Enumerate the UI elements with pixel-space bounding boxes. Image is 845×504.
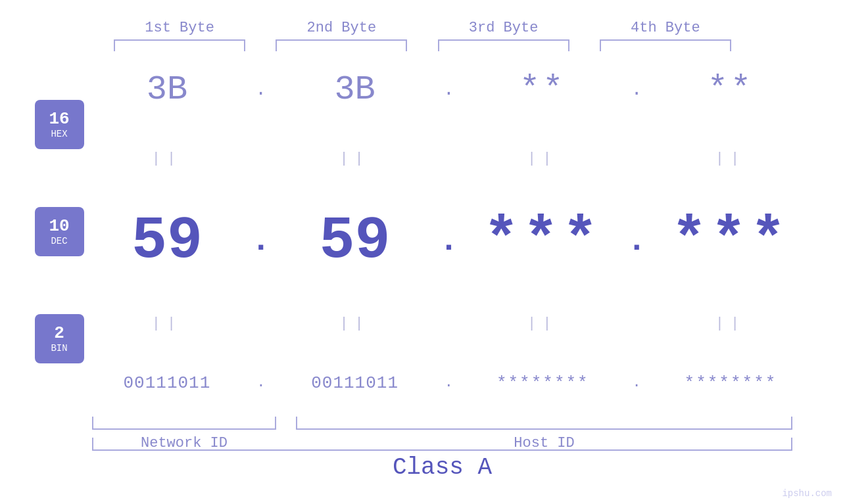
dec-dot-3: . xyxy=(627,222,646,260)
byte-headers: 1st Byte 2nd Byte 3rd Byte 4th Byte xyxy=(0,20,845,36)
watermark: ipshu.com xyxy=(782,488,832,499)
byte-header-4: 4th Byte xyxy=(600,20,731,36)
sep-1-1: || xyxy=(101,150,233,167)
badge-bin-num: 2 xyxy=(54,324,64,343)
hex-dot-3: . xyxy=(627,80,646,100)
dec-val-1: 59 xyxy=(132,208,203,275)
dec-val-2: 59 xyxy=(320,208,391,275)
hex-cell-4: ** xyxy=(665,70,796,109)
class-line-container: Class A xyxy=(92,438,792,481)
sep-1-4: || xyxy=(665,150,796,167)
sep-2-1: || xyxy=(101,315,233,332)
byte-header-2: 2nd Byte xyxy=(276,20,407,36)
bin-dot-2: . xyxy=(439,375,458,391)
badges-column: 16 HEX 10 DEC 2 BIN xyxy=(0,51,92,412)
bin-row: 00111011 . 00111011 . ******** . xyxy=(92,373,806,393)
sep-2-2: || xyxy=(289,315,421,332)
bracket-4 xyxy=(600,39,731,51)
bin-cell-2: 00111011 xyxy=(289,373,421,393)
dec-dot-1: . xyxy=(251,222,271,260)
host-bracket xyxy=(296,417,792,430)
dec-val-4: *** xyxy=(671,208,790,275)
values-column: 3B . 3B . ** . ** xyxy=(92,51,845,412)
sep-row-1: || || || || xyxy=(92,150,806,167)
badge-dec-label: DEC xyxy=(51,236,67,246)
hex-cell-3: ** xyxy=(477,70,608,109)
dec-cell-1: 59 xyxy=(101,208,233,275)
bin-val-4: ******** xyxy=(685,373,777,393)
network-bracket xyxy=(92,417,276,430)
header-brackets xyxy=(0,39,845,51)
hex-row: 3B . 3B . ** . ** xyxy=(92,70,806,109)
hex-val-3: ** xyxy=(519,70,566,109)
bracket-3 xyxy=(438,39,569,51)
dec-row: 59 . 59 . *** . *** xyxy=(92,208,806,275)
bottom-brackets xyxy=(92,417,792,430)
bracket-1 xyxy=(114,39,245,51)
badge-dec-num: 10 xyxy=(49,217,69,236)
bin-dot-1: . xyxy=(251,375,271,391)
hex-val-1: 3B xyxy=(147,70,187,109)
badge-dec: 10 DEC xyxy=(35,207,84,256)
badge-hex-num: 16 xyxy=(49,110,69,129)
dec-cell-3: *** xyxy=(477,208,608,275)
class-label: Class A xyxy=(92,454,792,481)
hex-cell-1: 3B xyxy=(101,70,233,109)
byte-header-3: 3rd Byte xyxy=(438,20,569,36)
bin-val-3: ******** xyxy=(496,373,589,393)
bin-cell-3: ******** xyxy=(477,373,608,393)
byte-header-1: 1st Byte xyxy=(114,20,245,36)
badge-hex: 16 HEX xyxy=(35,100,84,149)
dec-cell-4: *** xyxy=(665,208,796,275)
hex-dot-1: . xyxy=(251,80,271,100)
sep-row-2: || || || || xyxy=(92,315,806,332)
hex-val-2: 3B xyxy=(334,70,375,109)
class-line xyxy=(92,438,792,451)
bin-val-2: 00111011 xyxy=(311,373,398,393)
hex-val-4: ** xyxy=(708,70,754,109)
sep-2-4: || xyxy=(665,315,796,332)
bin-dot-3: . xyxy=(627,375,646,391)
hex-cell-2: 3B xyxy=(289,70,421,109)
badge-hex-label: HEX xyxy=(51,129,67,139)
main-container: 1st Byte 2nd Byte 3rd Byte 4th Byte 16 H… xyxy=(0,0,845,504)
bracket-2 xyxy=(276,39,407,51)
bin-cell-1: 00111011 xyxy=(101,373,233,393)
hex-dot-2: . xyxy=(439,80,458,100)
bin-cell-4: ******** xyxy=(665,373,796,393)
sep-1-3: || xyxy=(477,150,608,167)
badge-bin-label: BIN xyxy=(51,343,67,354)
bin-val-1: 00111011 xyxy=(124,373,211,393)
badge-bin: 2 BIN xyxy=(35,314,84,363)
dec-val-3: *** xyxy=(483,208,602,275)
dec-cell-2: 59 xyxy=(289,208,421,275)
sep-1-2: || xyxy=(289,150,421,167)
sep-2-3: || xyxy=(477,315,608,332)
dec-dot-2: . xyxy=(439,222,458,260)
